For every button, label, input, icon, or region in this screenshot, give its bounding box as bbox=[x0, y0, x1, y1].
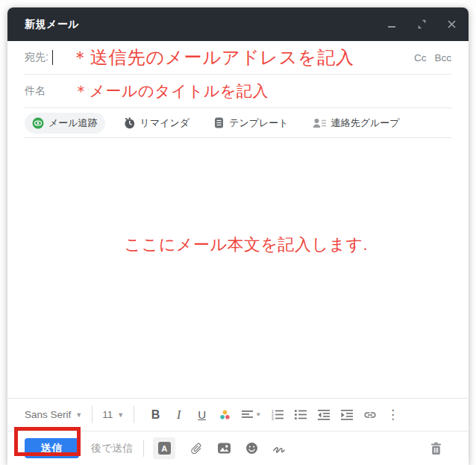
insert-emoji-button[interactable] bbox=[245, 442, 258, 455]
recipients-annotation: ＊送信先のメールアドレスを記入 bbox=[71, 46, 354, 69]
outdent-icon bbox=[317, 409, 331, 420]
stopwatch-icon bbox=[123, 116, 136, 129]
divider bbox=[143, 440, 144, 457]
reminder-label: リマインダ bbox=[140, 116, 190, 130]
insert-image-button[interactable] bbox=[217, 442, 231, 455]
chevron-down-icon: ▼ bbox=[255, 411, 261, 418]
image-icon bbox=[217, 442, 231, 455]
titlebar: 新規メール bbox=[7, 7, 469, 41]
compose-window: 新規メール 宛先: ＊送信先のメールアドレスを記入 Cc Bcc bbox=[7, 7, 469, 465]
align-left-icon bbox=[241, 410, 254, 420]
contact-group-icon bbox=[313, 117, 327, 129]
chevron-down-icon: ▼ bbox=[117, 411, 124, 419]
font-family-select[interactable]: Sans Serif ▼ bbox=[25, 409, 82, 420]
insert-signature-button[interactable] bbox=[272, 443, 288, 454]
contact-group-label: 連絡先グループ bbox=[331, 116, 400, 130]
bottom-bar: 送信 後で送信 A bbox=[7, 431, 469, 465]
subject-row[interactable]: 件名 ＊メールのタイトルを記入 bbox=[25, 75, 451, 108]
bullet-list-button[interactable] bbox=[293, 406, 307, 424]
text-cursor bbox=[52, 50, 54, 65]
discard-draft-button[interactable] bbox=[430, 442, 442, 455]
bcc-link[interactable]: Bcc bbox=[434, 52, 451, 63]
template-button[interactable]: テンプレート bbox=[207, 113, 295, 134]
features-row: メール追跡 リマインダ テンプレート bbox=[25, 108, 451, 138]
font-size-select[interactable]: 11 ▼ bbox=[102, 409, 124, 420]
numbered-list-button[interactable]: 1 2 3 bbox=[270, 406, 284, 424]
window-controls bbox=[386, 19, 457, 31]
window-title: 新規メール bbox=[25, 18, 79, 31]
align-button[interactable]: ▼ bbox=[241, 410, 261, 420]
indent-button[interactable] bbox=[339, 406, 354, 424]
indent-icon bbox=[340, 409, 354, 420]
svg-text:3: 3 bbox=[272, 416, 274, 420]
formatting-a-icon: A bbox=[158, 442, 171, 455]
attachment-tools: A bbox=[153, 437, 288, 459]
underline-button[interactable]: U bbox=[195, 406, 209, 424]
italic-button[interactable]: I bbox=[172, 406, 186, 424]
mail-tracking-label: メール追跡 bbox=[48, 116, 98, 130]
recipients-label: 宛先: bbox=[25, 51, 48, 64]
eye-tracking-icon bbox=[32, 117, 44, 129]
bullet-list-icon bbox=[294, 409, 307, 420]
smiley-icon bbox=[245, 442, 258, 455]
close-icon[interactable] bbox=[445, 19, 457, 31]
template-icon bbox=[213, 116, 225, 129]
message-body[interactable]: ここにメール本文を記入します. bbox=[7, 138, 469, 398]
insert-link-button[interactable] bbox=[363, 406, 377, 424]
body-annotation: ここにメール本文を記入します. bbox=[16, 234, 476, 256]
divider bbox=[134, 406, 134, 423]
attach-file-button[interactable] bbox=[190, 442, 203, 455]
subject-label: 件名 bbox=[25, 84, 46, 98]
subject-annotation: ＊メールのタイトルを記入 bbox=[73, 81, 269, 102]
format-toolbar: Sans Serif ▼ 11 ▼ B I U ▼ bbox=[7, 398, 469, 431]
mail-tracking-button[interactable]: メール追跡 bbox=[25, 113, 105, 134]
formatting-toggle-button[interactable]: A bbox=[153, 437, 175, 459]
more-options-button[interactable]: ⋮ bbox=[386, 406, 400, 424]
outdent-button[interactable] bbox=[316, 406, 331, 424]
font-family-value: Sans Serif bbox=[25, 409, 71, 420]
text-color-button[interactable] bbox=[218, 406, 232, 424]
minimize-icon[interactable] bbox=[386, 19, 398, 31]
recipients-row[interactable]: 宛先: ＊送信先のメールアドレスを記入 Cc Bcc bbox=[25, 41, 451, 75]
link-icon bbox=[363, 408, 377, 422]
divider bbox=[92, 406, 93, 423]
cc-bcc-links: Cc Bcc bbox=[414, 52, 451, 63]
color-palette-icon bbox=[219, 409, 231, 421]
cc-link[interactable]: Cc bbox=[414, 52, 427, 63]
send-later-button[interactable]: 後で送信 bbox=[91, 442, 133, 455]
contact-group-button[interactable]: 連絡先グループ bbox=[307, 113, 406, 134]
signature-icon bbox=[272, 443, 288, 454]
font-size-value: 11 bbox=[102, 409, 113, 420]
template-label: テンプレート bbox=[229, 116, 289, 130]
trash-icon bbox=[430, 442, 442, 455]
send-button[interactable]: 送信 bbox=[25, 438, 79, 458]
bold-button[interactable]: B bbox=[148, 406, 163, 424]
numbered-list-icon: 1 2 3 bbox=[271, 409, 284, 420]
paperclip-icon bbox=[187, 439, 206, 458]
chevron-down-icon: ▼ bbox=[75, 411, 82, 419]
reminder-button[interactable]: リマインダ bbox=[117, 113, 196, 134]
popout-icon[interactable] bbox=[416, 19, 428, 31]
